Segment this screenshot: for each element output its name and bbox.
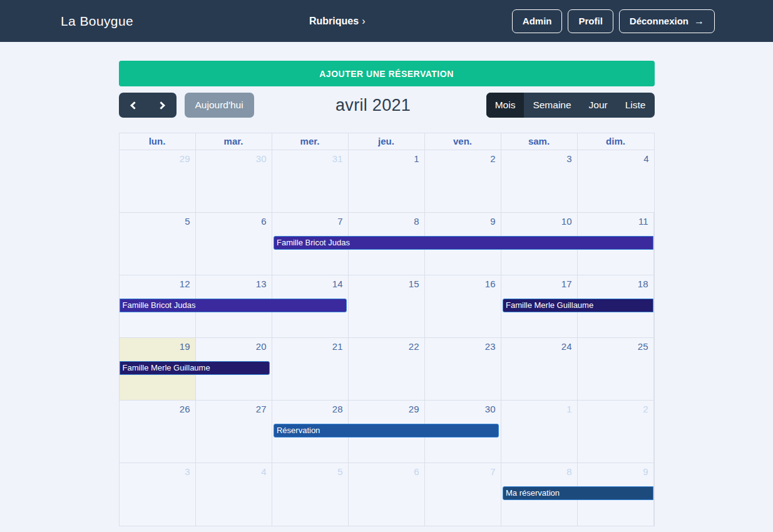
event-bar[interactable]: Réservation	[274, 424, 499, 437]
week-row: 3456789Ma réservation	[120, 463, 654, 526]
day-number: 11	[578, 213, 653, 230]
logout-button[interactable]: Déconnexion →	[619, 9, 715, 33]
day-cell[interactable]: 22	[349, 338, 425, 401]
day-cell[interactable]: 27	[196, 401, 272, 463]
day-cell[interactable]: 6	[349, 463, 425, 526]
day-cell[interactable]: 29	[120, 150, 196, 213]
day-number: 17	[501, 275, 577, 292]
add-reservation-button[interactable]: AJOUTER UNE RÉSERVATION	[119, 61, 655, 86]
prev-next-group	[119, 93, 177, 118]
day-number: 18	[578, 275, 653, 292]
day-cell[interactable]: 21	[272, 338, 349, 401]
day-number: 6	[349, 463, 424, 480]
weeks: 2930311234567891011Famille Bricot Judas1…	[120, 150, 654, 526]
day-number: 15	[349, 275, 424, 292]
day-cell[interactable]: 1	[349, 150, 425, 213]
day-number: 2	[578, 401, 653, 417]
chevron-right-icon: ›	[362, 16, 365, 26]
navbar: La Bouygue Rubriques› Admin Profil Décon…	[0, 0, 773, 42]
day-cell[interactable]: 23	[425, 338, 501, 401]
rubriques-menu[interactable]: Rubriques›	[309, 16, 365, 27]
view-week-button[interactable]: Semaine	[524, 93, 580, 118]
view-month-button[interactable]: Mois	[486, 93, 525, 118]
day-cell[interactable]: 4	[196, 463, 272, 526]
day-cell[interactable]: 2	[578, 401, 654, 463]
day-number: 2	[425, 150, 501, 167]
day-number: 1	[501, 401, 577, 417]
day-number: 24	[501, 338, 577, 355]
day-number: 9	[578, 463, 653, 480]
next-button[interactable]	[148, 93, 177, 118]
event-bar[interactable]: Famille Merle Guillaume	[503, 299, 653, 312]
admin-label: Admin	[523, 16, 552, 26]
calendar-toolbar: Aujourd'hui avril 2021 Mois Semaine Jour…	[119, 93, 655, 118]
day-number: 30	[196, 150, 272, 167]
day-number: 27	[196, 401, 272, 417]
day-cell[interactable]: 3	[120, 463, 196, 526]
day-number: 30	[425, 401, 501, 417]
day-number: 19	[120, 338, 195, 355]
day-cell[interactable]: 30	[196, 150, 272, 213]
day-number: 7	[425, 463, 501, 480]
admin-button[interactable]: Admin	[512, 9, 563, 33]
weekday-header: mar.	[196, 133, 272, 150]
day-number: 6	[196, 213, 272, 230]
day-number: 20	[196, 338, 272, 355]
day-number: 31	[272, 150, 348, 167]
logout-label: Déconnexion	[630, 16, 689, 26]
weekday-header: lun.	[120, 133, 196, 150]
day-cell[interactable]: 15	[349, 275, 425, 338]
day-number: 25	[578, 338, 653, 355]
day-cell[interactable]: 26	[120, 401, 196, 463]
profil-label: Profil	[578, 16, 602, 26]
day-number: 3	[501, 150, 577, 167]
day-number: 9	[425, 213, 501, 230]
weekday-header: ven.	[425, 133, 501, 150]
day-number: 26	[120, 401, 195, 417]
day-cell[interactable]: 25	[578, 338, 654, 401]
week-row: 262728293012Réservation	[120, 401, 654, 463]
view-day-button[interactable]: Jour	[580, 93, 617, 118]
day-cell[interactable]: 5	[120, 213, 196, 275]
rubriques-label: Rubriques	[309, 16, 359, 26]
day-number: 10	[501, 213, 577, 230]
day-number: 5	[120, 213, 195, 230]
day-cell[interactable]: 2	[425, 150, 501, 213]
day-number: 8	[501, 463, 577, 480]
day-number: 14	[272, 275, 348, 292]
main-content: AJOUTER UNE RÉSERVATION Aujourd'hui avri…	[119, 61, 655, 526]
event-bar[interactable]: Famille Merle Guillaume	[120, 361, 270, 375]
day-number: 12	[120, 275, 195, 292]
today-button[interactable]: Aujourd'hui	[185, 93, 254, 118]
calendar-grid: lun.mar.mer.jeu.ven.sam.dim. 29303112345…	[119, 133, 655, 526]
day-number: 13	[196, 275, 272, 292]
day-cell[interactable]: 16	[425, 275, 501, 338]
day-cell[interactable]: 1	[501, 401, 578, 463]
chevron-right-icon	[157, 101, 165, 110]
profil-button[interactable]: Profil	[568, 9, 613, 33]
view-switcher: Mois Semaine Jour Liste	[486, 93, 655, 118]
day-number: 3	[120, 463, 195, 480]
day-cell[interactable]: 5	[272, 463, 349, 526]
day-cell[interactable]: 24	[501, 338, 578, 401]
arrow-right-icon: →	[694, 16, 704, 27]
day-number: 29	[120, 150, 195, 167]
day-number: 7	[272, 213, 348, 230]
view-list-button[interactable]: Liste	[617, 93, 655, 118]
day-cell[interactable]: 3	[501, 150, 578, 213]
day-number: 28	[272, 401, 348, 417]
event-bar[interactable]: Famille Bricot Judas	[120, 299, 347, 312]
weekday-header: dim.	[578, 133, 654, 150]
day-number: 4	[578, 150, 654, 167]
day-cell[interactable]: 31	[272, 150, 349, 213]
event-bar[interactable]: Famille Bricot Judas	[274, 236, 654, 250]
day-cell[interactable]: 7	[425, 463, 501, 526]
brand-title: La Bouygue	[61, 14, 133, 29]
day-number: 29	[349, 401, 424, 417]
navbar-actions: Admin Profil Déconnexion →	[512, 9, 715, 33]
weekday-header: jeu.	[349, 133, 425, 150]
day-cell[interactable]: 6	[196, 213, 272, 275]
day-cell[interactable]: 4	[578, 150, 654, 213]
event-bar[interactable]: Ma réservation	[503, 486, 653, 500]
prev-button[interactable]	[119, 93, 148, 118]
